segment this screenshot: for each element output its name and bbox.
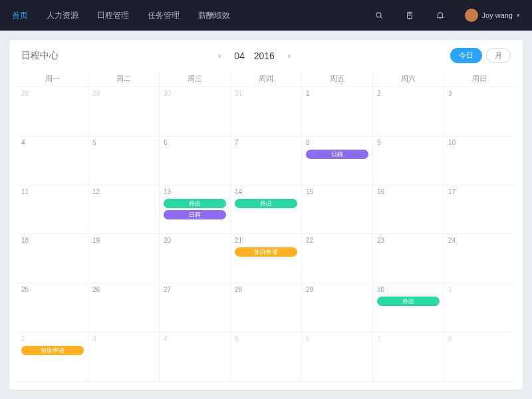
day-number: 8 (306, 139, 310, 146)
user-name: Joy wang (482, 11, 513, 19)
calendar-day-cell[interactable]: 28 (17, 87, 88, 136)
day-number: 25 (21, 286, 29, 293)
calendar-event[interactable]: 日程 (306, 150, 368, 159)
calendar-day-cell[interactable]: 8 (444, 332, 515, 382)
calendar-day-cell[interactable]: 9 (373, 136, 444, 186)
calendar-day-cell[interactable]: 26 (88, 283, 160, 332)
svg-point-0 (376, 13, 380, 17)
calendar-day-cell[interactable]: 3 (88, 332, 160, 382)
day-number: 20 (164, 237, 171, 244)
calendar-day-cell[interactable]: 11 (17, 186, 88, 235)
day-number: 1 (306, 90, 310, 97)
page-body: 日程中心 ‹ 04 2016 › 今日 月 周一 周二 周三 周四 周五 周六 … (0, 31, 532, 399)
calendar-day-cell[interactable]: 25 (17, 283, 88, 332)
calendar-grid: 周一 周二 周三 周四 周五 周六 周日 2829303112345678日程9… (9, 66, 523, 390)
calendar-day-cell[interactable]: 2加班申请 (17, 332, 88, 382)
clipboard-icon[interactable] (404, 9, 416, 21)
month-view-button[interactable]: 月 (486, 48, 511, 63)
nav-item-hr[interactable]: 人力资源 (47, 10, 78, 21)
calendar-day-cell[interactable]: 13外出日程 (160, 186, 231, 235)
day-number: 12 (92, 188, 100, 196)
calendar-day-cell[interactable]: 7 (373, 332, 444, 382)
day-number: 6 (306, 335, 310, 342)
calendar-week-row: 111213外出日程14外出151617 (17, 186, 515, 235)
calendar-day-cell[interactable]: 20 (160, 234, 231, 283)
calendar-day-cell[interactable]: 2 (373, 87, 444, 136)
calendar-day-cell[interactable]: 6 (302, 332, 373, 382)
day-number: 29 (306, 286, 313, 293)
calendar-day-cell[interactable]: 27 (160, 283, 231, 332)
chevron-down-icon: ▾ (517, 12, 520, 19)
day-number: 11 (21, 188, 29, 196)
calendar-event[interactable]: 日程 (164, 210, 226, 219)
calendar-day-cell[interactable]: 15 (302, 186, 373, 235)
day-number: 22 (306, 237, 313, 244)
calendar-day-cell[interactable]: 21加班申请 (231, 234, 302, 283)
calendar-day-cell[interactable]: 29 (88, 87, 160, 136)
svg-line-1 (380, 17, 382, 19)
calendar-day-cell[interactable]: 22 (302, 234, 373, 283)
weekday-cell: 周日 (444, 71, 515, 87)
nav-item-payroll[interactable]: 薪酬绩效 (198, 10, 230, 21)
nav-item-home[interactable]: 首页 (12, 10, 28, 21)
calendar-day-cell[interactable]: 18 (17, 234, 88, 283)
day-number: 8 (448, 335, 452, 342)
calendar-day-cell[interactable]: 7 (231, 136, 302, 186)
bell-icon[interactable] (434, 9, 446, 21)
day-number: 19 (92, 237, 100, 244)
weekday-cell: 周五 (302, 71, 373, 87)
calendar-day-cell[interactable]: 30外出 (373, 283, 444, 332)
calendar-day-cell[interactable]: 4 (17, 136, 88, 186)
prev-month-button[interactable]: ‹ (214, 50, 225, 62)
calendar-day-cell[interactable]: 8日程 (302, 136, 373, 186)
calendar-day-cell[interactable]: 19 (88, 234, 160, 283)
day-number: 13 (164, 188, 171, 196)
calendar-day-cell[interactable]: 29 (302, 283, 373, 332)
top-navbar: 首页 人力资源 日程管理 任务管理 薪酬绩效 Joy wang ▾ (0, 0, 532, 31)
calendar-event[interactable]: 外出 (164, 199, 226, 208)
day-number: 5 (235, 335, 239, 342)
calendar-day-cell[interactable]: 17 (444, 186, 515, 235)
today-button[interactable]: 今日 (450, 48, 482, 63)
calendar-day-cell[interactable]: 5 (231, 332, 302, 382)
day-number: 2 (377, 90, 381, 97)
calendar-week-row: 28293031123 (17, 87, 515, 136)
calendar-day-cell[interactable]: 30 (160, 87, 231, 136)
calendar-week-row: 2加班申请345678 (17, 332, 515, 382)
calendar-day-cell[interactable]: 28 (231, 283, 302, 332)
nav-item-tasks[interactable]: 任务管理 (148, 10, 180, 21)
day-number: 4 (164, 335, 168, 342)
calendar-event[interactable]: 外出 (377, 297, 440, 306)
calendar-day-cell[interactable]: 6 (160, 136, 231, 186)
day-number: 21 (235, 237, 242, 244)
day-number: 10 (448, 139, 456, 146)
calendar-day-cell[interactable]: 12 (88, 186, 160, 235)
weekday-cell: 周四 (231, 71, 302, 87)
calendar-event[interactable]: 加班申请 (235, 247, 297, 257)
calendar-day-cell[interactable]: 14外出 (231, 186, 302, 235)
calendar-day-cell[interactable]: 10 (444, 136, 515, 186)
calendar-day-cell[interactable]: 23 (373, 234, 444, 283)
calendar-day-cell[interactable]: 5 (88, 136, 160, 186)
day-number: 30 (377, 286, 384, 293)
calendar-day-cell[interactable]: 1 (444, 283, 515, 332)
calendar-event[interactable]: 外出 (235, 199, 297, 208)
calendar-day-cell[interactable]: 4 (160, 332, 231, 382)
calendar-day-cell[interactable]: 24 (444, 234, 515, 283)
calendar-week-row: 18192021加班申请222324 (17, 234, 515, 283)
calendar-day-cell[interactable]: 3 (444, 87, 515, 136)
day-number: 31 (235, 90, 242, 97)
user-menu[interactable]: Joy wang ▾ (465, 9, 520, 22)
calendar-day-cell[interactable]: 1 (302, 87, 373, 136)
calendar-event[interactable]: 加班申请 (21, 346, 84, 355)
day-number: 6 (164, 139, 168, 146)
day-number: 30 (164, 90, 171, 97)
view-toggle: 今日 月 (450, 48, 511, 63)
next-month-button[interactable]: › (284, 50, 295, 62)
day-number: 29 (92, 90, 100, 97)
weekday-cell: 周二 (88, 71, 160, 87)
calendar-day-cell[interactable]: 16 (373, 186, 444, 235)
nav-item-schedule[interactable]: 日程管理 (97, 10, 129, 21)
search-icon[interactable] (373, 9, 385, 21)
calendar-day-cell[interactable]: 31 (231, 87, 302, 136)
